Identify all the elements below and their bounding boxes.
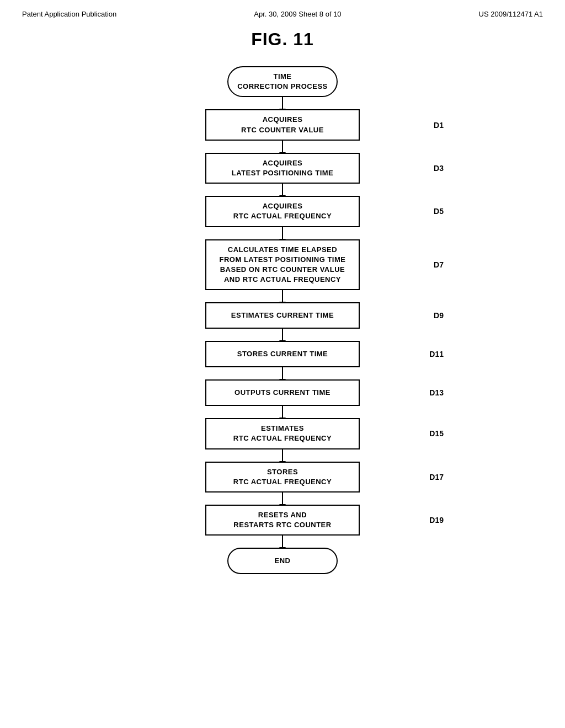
header-center: Apr. 30, 2009 Sheet 8 of 10 <box>254 10 341 18</box>
flow-box-D5: ACQUIRESRTC ACTUAL FREQUENCY <box>205 196 360 227</box>
flow-box-D19: RESETS ANDRESTARTS RTC COUNTER <box>205 505 360 536</box>
flow-label-D17: D17 <box>429 473 444 481</box>
flowchart: TIMECORRECTION PROCESSACQUIRESRTC COUNTE… <box>0 66 565 596</box>
flow-row-D17: STORESRTC ACTUAL FREQUENCYD17 <box>0 462 565 493</box>
page-header: Patent Application Publication Apr. 30, … <box>0 0 565 24</box>
flow-arrow <box>282 406 283 418</box>
flow-box-D13: OUTPUTS CURRENT TIME <box>205 379 360 406</box>
flow-arrow <box>282 367 283 379</box>
flow-row-D9: ESTIMATES CURRENT TIMED9 <box>0 302 565 329</box>
flow-row-D13: OUTPUTS CURRENT TIMED13 <box>0 379 565 406</box>
flow-row-D3: ACQUIRESLATEST POSITIONING TIMED3 <box>0 153 565 184</box>
flow-row-D7: CALCULATES TIME ELAPSEDFROM LATEST POSIT… <box>0 239 565 291</box>
flow-arrow <box>282 184 283 196</box>
flow-label-D1: D1 <box>434 121 444 130</box>
flow-box-D3: ACQUIRESLATEST POSITIONING TIME <box>205 153 360 184</box>
flow-row-D11: STORES CURRENT TIMED11 <box>0 341 565 367</box>
flow-label-D15: D15 <box>429 429 444 438</box>
flow-box-D1: ACQUIRESRTC COUNTER VALUE <box>205 109 360 140</box>
flow-box-D11: STORES CURRENT TIME <box>205 341 360 367</box>
flow-box-D7: CALCULATES TIME ELAPSEDFROM LATEST POSIT… <box>205 239 360 291</box>
flow-arrow <box>282 449 283 462</box>
flow-row-D5: ACQUIRESRTC ACTUAL FREQUENCYD5 <box>0 196 565 227</box>
flow-arrow <box>282 493 283 505</box>
flow-row-start: TIMECORRECTION PROCESS <box>0 66 565 97</box>
flow-arrow <box>282 290 283 302</box>
flow-label-D7: D7 <box>434 260 444 269</box>
flow-arrow <box>282 97 283 109</box>
flow-label-D5: D5 <box>434 207 444 216</box>
flow-row-D1: ACQUIRESRTC COUNTER VALUED1 <box>0 109 565 140</box>
flow-arrow <box>282 536 283 548</box>
flow-arrow <box>282 227 283 239</box>
flow-row-D15: ESTIMATESRTC ACTUAL FREQUENCYD15 <box>0 418 565 449</box>
flow-box-end: END <box>227 548 338 574</box>
header-right: US 2009/112471 A1 <box>479 10 543 18</box>
flow-label-D11: D11 <box>429 350 444 358</box>
flow-label-D13: D13 <box>429 388 444 397</box>
flow-box-D9: ESTIMATES CURRENT TIME <box>205 302 360 329</box>
header-left: Patent Application Publication <box>22 10 116 18</box>
flow-box-start: TIMECORRECTION PROCESS <box>227 66 338 97</box>
flow-box-D17: STORESRTC ACTUAL FREQUENCY <box>205 462 360 493</box>
flow-row-D19: RESETS ANDRESTARTS RTC COUNTERD19 <box>0 505 565 536</box>
figure-title: FIG. 11 <box>0 29 565 50</box>
flow-arrow <box>282 141 283 153</box>
flow-label-D19: D19 <box>429 516 444 524</box>
flow-label-D3: D3 <box>434 164 444 173</box>
flow-row-end: END <box>0 548 565 574</box>
flow-box-D15: ESTIMATESRTC ACTUAL FREQUENCY <box>205 418 360 449</box>
flow-label-D9: D9 <box>434 311 444 320</box>
flow-arrow <box>282 329 283 341</box>
